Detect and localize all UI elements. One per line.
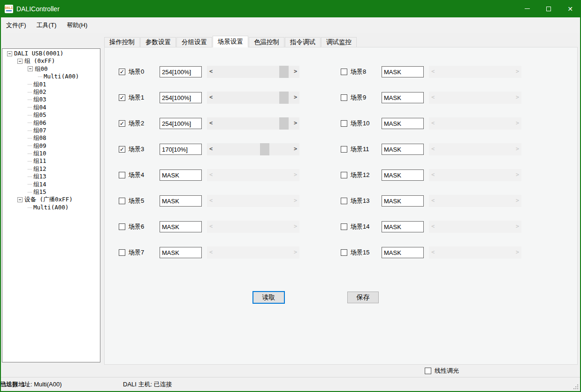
scene-scrollbar[interactable]: < > (207, 92, 299, 104)
maximize-button[interactable] (538, 0, 559, 17)
scroll-right-icon[interactable]: > (513, 221, 521, 233)
scene-value-input[interactable] (160, 195, 202, 207)
scene-value-input[interactable] (160, 118, 202, 129)
scene-scrollbar[interactable]: < > (429, 169, 521, 181)
scroll-right-icon[interactable]: > (291, 66, 299, 78)
scroll-right-icon[interactable]: > (291, 169, 299, 181)
scene-scrollbar[interactable]: < > (207, 117, 299, 130)
scene-scrollbar[interactable]: < > (429, 66, 521, 78)
scene-value-input[interactable] (160, 144, 202, 155)
tree-item[interactable]: 组01 (3, 81, 99, 88)
tree-item[interactable]: 组00 (3, 65, 99, 73)
tree-item[interactable]: Multi(A00) (3, 73, 99, 80)
scene-scrollbar[interactable]: < > (429, 143, 521, 155)
scene-checkbox[interactable] (341, 172, 347, 178)
tree-item[interactable]: 组14 (3, 181, 99, 188)
tree-item[interactable]: 组05 (3, 111, 99, 119)
scene-scrollbar[interactable]: < > (207, 66, 299, 78)
menu-item[interactable]: 文件(F) (1, 17, 31, 33)
scene-checkbox[interactable] (341, 69, 347, 75)
scroll-thumb[interactable] (279, 117, 289, 130)
scene-scrollbar[interactable]: < > (429, 195, 521, 207)
scene-checkbox[interactable] (341, 249, 347, 256)
menu-item[interactable]: 帮助(H) (61, 17, 92, 33)
tree-item[interactable]: 组08 (3, 134, 99, 142)
scroll-right-icon[interactable]: > (513, 143, 521, 155)
tab[interactable]: 操作控制 (104, 37, 140, 47)
scene-scrollbar[interactable]: < > (207, 246, 299, 259)
scene-checkbox[interactable] (119, 249, 125, 256)
minimize-button[interactable] (516, 0, 538, 17)
scene-checkbox[interactable] (341, 120, 347, 127)
scroll-left-icon[interactable]: < (429, 143, 437, 155)
scene-scrollbar[interactable]: < > (429, 246, 521, 259)
scene-checkbox[interactable] (341, 198, 347, 204)
scene-value-input[interactable] (160, 92, 202, 103)
scene-scrollbar[interactable]: < > (429, 117, 521, 130)
scene-value-input[interactable] (382, 221, 424, 232)
scene-checkbox[interactable]: ✓ (119, 120, 125, 127)
tree-item[interactable]: 组 (0xFF) (3, 57, 99, 65)
tree-item[interactable]: 组04 (3, 104, 99, 111)
scroll-right-icon[interactable]: > (291, 221, 299, 233)
menu-item[interactable]: 工具(T) (31, 17, 62, 33)
scene-value-input[interactable] (382, 118, 424, 129)
scroll-left-icon[interactable]: < (429, 195, 437, 207)
tree-item[interactable]: 组07 (3, 127, 99, 134)
tab[interactable]: 参数设置 (140, 37, 176, 47)
scroll-right-icon[interactable]: > (291, 117, 299, 130)
scroll-left-icon[interactable]: < (207, 143, 215, 155)
scroll-left-icon[interactable]: < (207, 92, 215, 104)
scene-checkbox[interactable] (119, 223, 125, 230)
tree-item[interactable]: DALI USB(0001) (3, 50, 99, 57)
scroll-left-icon[interactable]: < (207, 169, 215, 181)
scene-checkbox[interactable] (119, 172, 125, 178)
scene-value-input[interactable] (160, 221, 202, 232)
titlebar[interactable]: DALI DALIController ✕ (0, 0, 581, 17)
tab[interactable]: 调试监控 (321, 37, 357, 47)
scene-value-input[interactable] (382, 92, 424, 103)
scroll-thumb[interactable] (260, 143, 269, 155)
scene-scrollbar[interactable]: < > (207, 169, 299, 181)
tree-item[interactable]: 组06 (3, 119, 99, 127)
scroll-right-icon[interactable]: > (291, 92, 299, 104)
scroll-right-icon[interactable]: > (513, 92, 521, 104)
scroll-left-icon[interactable]: < (429, 169, 437, 181)
tab[interactable]: 分组设置 (176, 37, 212, 47)
scroll-right-icon[interactable]: > (513, 66, 521, 78)
scroll-left-icon[interactable]: < (207, 246, 215, 259)
tree-expander-icon[interactable] (17, 197, 23, 202)
tab[interactable]: 场景设置 (213, 36, 248, 47)
tree-item[interactable]: 组09 (3, 142, 99, 150)
scroll-right-icon[interactable]: > (291, 246, 299, 259)
tab[interactable]: 指令调试 (285, 37, 321, 47)
scene-checkbox[interactable]: ✓ (119, 94, 125, 101)
scene-value-input[interactable] (382, 195, 424, 207)
scroll-left-icon[interactable]: < (207, 195, 215, 207)
scene-value-input[interactable] (382, 247, 424, 258)
scroll-left-icon[interactable]: < (429, 221, 437, 233)
scroll-left-icon[interactable]: < (429, 92, 437, 104)
tree-item[interactable]: 组10 (3, 150, 99, 157)
scroll-thumb[interactable] (279, 66, 289, 78)
close-button[interactable]: ✕ (559, 0, 581, 17)
scroll-left-icon[interactable]: < (207, 117, 215, 130)
linear-dimming-checkbox[interactable] (425, 368, 431, 374)
scene-checkbox[interactable] (341, 146, 347, 153)
tree-item[interactable]: Multi(A00) (3, 204, 99, 211)
scroll-right-icon[interactable]: > (291, 143, 299, 155)
scroll-left-icon[interactable]: < (207, 66, 215, 78)
tree-item[interactable]: 组15 (3, 188, 99, 196)
resize-grip-icon[interactable] (572, 383, 578, 389)
scene-value-input[interactable] (160, 66, 202, 77)
scroll-right-icon[interactable]: > (513, 246, 521, 259)
scene-scrollbar[interactable]: < > (207, 195, 299, 207)
scroll-left-icon[interactable]: < (429, 246, 437, 259)
scene-scrollbar[interactable]: < > (429, 221, 521, 233)
scroll-right-icon[interactable]: > (513, 169, 521, 181)
tree-item[interactable]: 组11 (3, 157, 99, 165)
scene-value-input[interactable] (382, 169, 424, 181)
save-button[interactable]: 保存 (347, 292, 379, 303)
scroll-right-icon[interactable]: > (513, 195, 521, 207)
tab[interactable]: 色温控制 (249, 37, 284, 47)
